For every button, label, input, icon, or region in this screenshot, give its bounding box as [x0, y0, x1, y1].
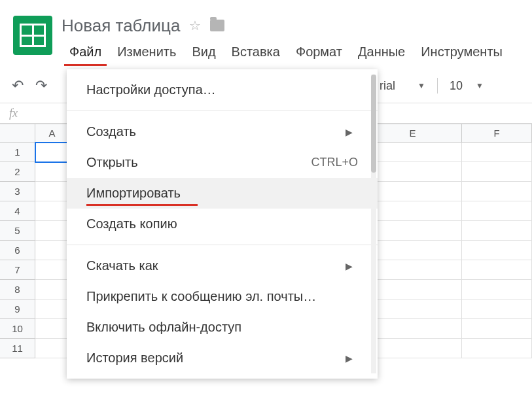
cell-E5[interactable] — [364, 221, 462, 241]
divider — [437, 78, 438, 94]
cell-F7[interactable] — [462, 260, 532, 280]
chevron-down-icon: ▼ — [417, 81, 425, 90]
cell-F4[interactable] — [462, 201, 532, 221]
cell-E7[interactable] — [364, 260, 462, 280]
row-header-11[interactable]: 11 — [0, 339, 35, 358]
cell-E10[interactable] — [364, 319, 462, 339]
file-menu-item[interactable]: История версий▶ — [67, 343, 378, 373]
menu-инструменты[interactable]: Инструменты — [413, 42, 510, 63]
menu-item-label: История версий — [86, 350, 183, 366]
menu-separator — [67, 245, 378, 245]
cell-E9[interactable] — [364, 299, 462, 319]
row-header-9[interactable]: 9 — [0, 299, 35, 319]
chevron-down-icon: ▼ — [476, 81, 484, 90]
doc-title[interactable]: Новая таблица — [62, 16, 180, 36]
menu-файл[interactable]: Файл — [62, 42, 109, 63]
row-header-6[interactable]: 6 — [0, 241, 35, 260]
cell-A3[interactable] — [35, 182, 69, 201]
row-header-10[interactable]: 10 — [0, 319, 35, 339]
menu-формат[interactable]: Формат — [288, 42, 350, 63]
cell-F9[interactable] — [462, 299, 532, 319]
folder-icon[interactable] — [210, 20, 224, 31]
cell-A11[interactable] — [35, 339, 69, 358]
cell-A9[interactable] — [35, 299, 69, 319]
menubar: ФайлИзменитьВидВставкаФорматДанныеИнстру… — [62, 42, 532, 63]
file-menu-item[interactable]: Прикрепить к сообщению эл. почты… — [67, 281, 378, 312]
cell-E3[interactable] — [364, 182, 462, 201]
row-header-3[interactable]: 3 — [0, 182, 35, 201]
select-all-corner[interactable] — [0, 124, 35, 143]
cell-E6[interactable] — [364, 241, 462, 260]
cell-F8[interactable] — [462, 280, 532, 299]
file-menu-item[interactable]: ОткрытьCTRL+O — [67, 147, 378, 178]
sheets-logo-icon — [13, 16, 52, 55]
cell-A4[interactable] — [35, 201, 69, 221]
cell-A8[interactable] — [35, 280, 69, 299]
cell-E8[interactable] — [364, 280, 462, 299]
cell-A2[interactable] — [35, 162, 69, 182]
cell-F2[interactable] — [462, 162, 532, 182]
menu-item-label: Создать — [86, 124, 136, 139]
file-menu-item[interactable]: Настройки доступа… — [67, 75, 378, 105]
row-header-8[interactable]: 8 — [0, 280, 35, 299]
row-header-2[interactable]: 2 — [0, 162, 35, 182]
file-menu-item[interactable]: Создать копию — [67, 209, 378, 239]
cell-A5[interactable] — [35, 221, 69, 241]
cell-E1[interactable] — [364, 143, 462, 162]
undo-button[interactable]: ↶ — [12, 77, 24, 94]
menu-shortcut: CTRL+O — [311, 156, 358, 169]
cell-F6[interactable] — [462, 241, 532, 260]
menu-item-label: Прикрепить к сообщению эл. почты… — [86, 289, 316, 304]
cell-E2[interactable] — [364, 162, 462, 182]
submenu-arrow-icon: ▶ — [346, 353, 358, 364]
font-size-select[interactable]: 10 — [450, 79, 463, 93]
cell-A10[interactable] — [35, 319, 69, 339]
menu-данные[interactable]: Данные — [350, 42, 413, 63]
menu-вид[interactable]: Вид — [184, 42, 223, 63]
menu-separator — [67, 111, 378, 111]
menu-item-label: Включить офлайн-доступ — [86, 320, 241, 335]
star-icon[interactable]: ☆ — [189, 18, 201, 33]
column-header-F[interactable]: F — [462, 124, 532, 143]
cell-E11[interactable] — [364, 339, 462, 358]
menu-item-label: Создать копию — [86, 216, 177, 231]
cell-F1[interactable] — [462, 143, 532, 162]
menu-item-label: Импортировать — [86, 186, 181, 201]
row-header-7[interactable]: 7 — [0, 260, 35, 280]
submenu-arrow-icon: ▶ — [346, 261, 358, 271]
row-header-5[interactable]: 5 — [0, 221, 35, 241]
font-family-select[interactable]: rial — [380, 79, 395, 93]
menu-item-label: Скачать как — [86, 258, 158, 273]
cell-F10[interactable] — [462, 319, 532, 339]
column-header-A[interactable]: A — [35, 124, 69, 143]
file-menu-item[interactable]: Импортировать — [67, 178, 378, 209]
submenu-arrow-icon: ▶ — [346, 127, 358, 137]
fx-label: fx — [9, 107, 18, 120]
file-menu-item[interactable]: Создать▶ — [67, 116, 378, 147]
menu-item-label: Открыть — [86, 155, 138, 170]
menu-вставка[interactable]: Вставка — [224, 42, 288, 63]
cell-F3[interactable] — [462, 182, 532, 201]
row-header-1[interactable]: 1 — [0, 143, 35, 162]
file-menu-dropdown: Настройки доступа…Создать▶ОткрытьCTRL+OИ… — [67, 69, 378, 379]
cell-A6[interactable] — [35, 241, 69, 260]
cell-F5[interactable] — [462, 221, 532, 241]
cell-A1[interactable] — [35, 143, 69, 162]
cell-E4[interactable] — [364, 201, 462, 221]
row-header-4[interactable]: 4 — [0, 201, 35, 221]
file-menu-item[interactable]: Включить офлайн-доступ — [67, 312, 378, 343]
menu-изменить[interactable]: Изменить — [109, 42, 184, 63]
menu-item-label: Настройки доступа… — [86, 82, 216, 97]
redo-button[interactable]: ↷ — [35, 77, 47, 94]
cell-F11[interactable] — [462, 339, 532, 358]
column-header-E[interactable]: E — [364, 124, 462, 143]
cell-A7[interactable] — [35, 260, 69, 280]
file-menu-item[interactable]: Скачать как▶ — [67, 250, 378, 281]
